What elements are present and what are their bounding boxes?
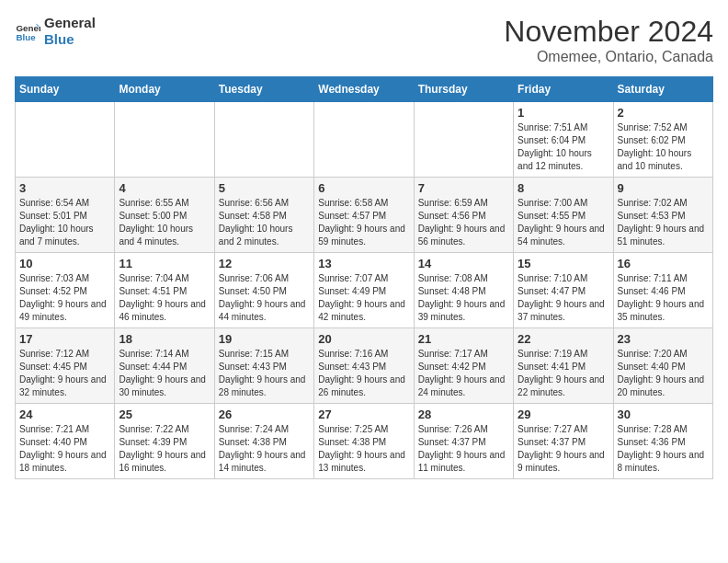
day-number: 9 [618, 181, 709, 195]
day-info: Sunrise: 6:58 AM Sunset: 4:57 PM Dayligh… [318, 197, 409, 248]
header-cell-monday: Monday [115, 77, 214, 102]
day-info: Sunrise: 7:19 AM Sunset: 4:41 PM Dayligh… [518, 348, 609, 399]
calendar-cell: 7Sunrise: 6:59 AM Sunset: 4:56 PM Daylig… [414, 178, 513, 253]
calendar-cell: 15Sunrise: 7:10 AM Sunset: 4:47 PM Dayli… [514, 253, 613, 328]
day-info: Sunrise: 6:54 AM Sunset: 5:01 PM Dayligh… [19, 197, 110, 248]
day-info: Sunrise: 7:24 AM Sunset: 4:38 PM Dayligh… [219, 423, 310, 475]
calendar-cell: 11Sunrise: 7:04 AM Sunset: 4:51 PM Dayli… [115, 253, 214, 328]
day-info: Sunrise: 7:07 AM Sunset: 4:49 PM Dayligh… [318, 272, 409, 324]
calendar-cell: 30Sunrise: 7:28 AM Sunset: 4:36 PM Dayli… [613, 404, 712, 479]
day-number: 11 [119, 257, 210, 270]
day-number: 27 [318, 408, 409, 421]
day-info: Sunrise: 7:17 AM Sunset: 4:42 PM Dayligh… [418, 348, 509, 399]
header-cell-wednesday: Wednesday [314, 77, 414, 102]
calendar-cell: 5Sunrise: 6:56 AM Sunset: 4:58 PM Daylig… [214, 178, 313, 253]
day-number: 1 [518, 106, 609, 120]
day-info: Sunrise: 6:55 AM Sunset: 5:00 PM Dayligh… [119, 197, 210, 248]
day-number: 2 [618, 106, 709, 120]
day-info: Sunrise: 7:14 AM Sunset: 4:44 PM Dayligh… [119, 348, 210, 399]
header-cell-tuesday: Tuesday [214, 77, 313, 102]
day-number: 13 [318, 257, 409, 270]
day-number: 17 [19, 332, 110, 346]
day-number: 22 [518, 332, 609, 346]
day-number: 30 [618, 408, 709, 421]
day-info: Sunrise: 7:10 AM Sunset: 4:47 PM Dayligh… [518, 272, 609, 324]
header-cell-sunday: Sunday [16, 77, 115, 102]
calendar-cell: 27Sunrise: 7:25 AM Sunset: 4:38 PM Dayli… [314, 404, 414, 479]
day-number: 14 [418, 257, 509, 270]
calendar-cell: 16Sunrise: 7:11 AM Sunset: 4:46 PM Dayli… [613, 253, 712, 328]
header-cell-saturday: Saturday [613, 77, 712, 102]
calendar-header-row: SundayMondayTuesdayWednesdayThursdayFrid… [16, 77, 713, 102]
calendar-week-row: 17Sunrise: 7:12 AM Sunset: 4:45 PM Dayli… [16, 328, 713, 404]
calendar-cell: 2Sunrise: 7:52 AM Sunset: 6:02 PM Daylig… [613, 102, 712, 178]
day-info: Sunrise: 7:00 AM Sunset: 4:55 PM Dayligh… [518, 197, 609, 248]
calendar-cell: 8Sunrise: 7:00 AM Sunset: 4:55 PM Daylig… [514, 178, 613, 253]
day-number: 3 [19, 181, 110, 195]
day-number: 4 [119, 181, 210, 195]
calendar-cell: 9Sunrise: 7:02 AM Sunset: 4:53 PM Daylig… [613, 178, 712, 253]
calendar-cell: 3Sunrise: 6:54 AM Sunset: 5:01 PM Daylig… [16, 178, 115, 253]
day-info: Sunrise: 7:21 AM Sunset: 4:40 PM Dayligh… [19, 423, 110, 475]
day-info: Sunrise: 7:28 AM Sunset: 4:36 PM Dayligh… [618, 423, 709, 475]
day-info: Sunrise: 7:26 AM Sunset: 4:37 PM Dayligh… [418, 423, 509, 475]
day-info: Sunrise: 7:11 AM Sunset: 4:46 PM Dayligh… [618, 272, 709, 324]
calendar-cell [115, 102, 214, 178]
day-info: Sunrise: 7:22 AM Sunset: 4:39 PM Dayligh… [119, 423, 210, 475]
month-title: November 2024 [504, 15, 713, 49]
calendar-cell: 6Sunrise: 6:58 AM Sunset: 4:57 PM Daylig… [314, 178, 414, 253]
calendar-cell: 12Sunrise: 7:06 AM Sunset: 4:50 PM Dayli… [214, 253, 313, 328]
day-info: Sunrise: 7:12 AM Sunset: 4:45 PM Dayligh… [19, 348, 110, 399]
calendar-cell: 26Sunrise: 7:24 AM Sunset: 4:38 PM Dayli… [214, 404, 313, 479]
day-info: Sunrise: 7:03 AM Sunset: 4:52 PM Dayligh… [19, 272, 110, 324]
calendar-cell: 29Sunrise: 7:27 AM Sunset: 4:37 PM Dayli… [514, 404, 613, 479]
calendar-cell: 22Sunrise: 7:19 AM Sunset: 4:41 PM Dayli… [514, 328, 613, 404]
day-number: 19 [219, 332, 310, 346]
calendar-week-row: 3Sunrise: 6:54 AM Sunset: 5:01 PM Daylig… [16, 178, 713, 253]
day-info: Sunrise: 7:52 AM Sunset: 6:02 PM Dayligh… [618, 121, 709, 173]
day-number: 28 [418, 408, 509, 421]
day-info: Sunrise: 7:15 AM Sunset: 4:43 PM Dayligh… [219, 348, 310, 399]
calendar-cell: 21Sunrise: 7:17 AM Sunset: 4:42 PM Dayli… [414, 328, 513, 404]
day-number: 26 [219, 408, 310, 421]
day-info: Sunrise: 7:08 AM Sunset: 4:48 PM Dayligh… [418, 272, 509, 324]
calendar-table: SundayMondayTuesdayWednesdayThursdayFrid… [15, 76, 713, 479]
header: General Blue General Blue November 2024 … [15, 15, 713, 65]
day-info: Sunrise: 7:25 AM Sunset: 4:38 PM Dayligh… [318, 423, 409, 475]
calendar-cell: 20Sunrise: 7:16 AM Sunset: 4:43 PM Dayli… [314, 328, 414, 404]
calendar-cell: 13Sunrise: 7:07 AM Sunset: 4:49 PM Dayli… [314, 253, 414, 328]
day-number: 25 [119, 408, 210, 421]
day-number: 8 [518, 181, 609, 195]
calendar-cell: 24Sunrise: 7:21 AM Sunset: 4:40 PM Dayli… [16, 404, 115, 479]
day-info: Sunrise: 7:16 AM Sunset: 4:43 PM Dayligh… [318, 348, 409, 399]
calendar-cell: 4Sunrise: 6:55 AM Sunset: 5:00 PM Daylig… [115, 178, 214, 253]
calendar-cell: 10Sunrise: 7:03 AM Sunset: 4:52 PM Dayli… [16, 253, 115, 328]
location-title: Omemee, Ontario, Canada [504, 49, 713, 65]
day-info: Sunrise: 7:04 AM Sunset: 4:51 PM Dayligh… [119, 272, 210, 324]
calendar-cell [414, 102, 513, 178]
day-number: 20 [318, 332, 409, 346]
logo-icon: General Blue [15, 18, 40, 44]
day-number: 23 [618, 332, 709, 346]
logo: General Blue General Blue [15, 15, 96, 48]
day-info: Sunrise: 6:56 AM Sunset: 4:58 PM Dayligh… [219, 197, 310, 248]
day-info: Sunrise: 7:06 AM Sunset: 4:50 PM Dayligh… [219, 272, 310, 324]
day-info: Sunrise: 7:20 AM Sunset: 4:40 PM Dayligh… [618, 348, 709, 399]
calendar-week-row: 24Sunrise: 7:21 AM Sunset: 4:40 PM Dayli… [16, 404, 713, 479]
calendar-cell: 28Sunrise: 7:26 AM Sunset: 4:37 PM Dayli… [414, 404, 513, 479]
svg-text:Blue: Blue [16, 32, 36, 42]
calendar-week-row: 1Sunrise: 7:51 AM Sunset: 6:04 PM Daylig… [16, 102, 713, 178]
calendar-cell: 17Sunrise: 7:12 AM Sunset: 4:45 PM Dayli… [16, 328, 115, 404]
day-number: 15 [518, 257, 609, 270]
day-number: 24 [19, 408, 110, 421]
day-info: Sunrise: 6:59 AM Sunset: 4:56 PM Dayligh… [418, 197, 509, 248]
calendar-cell: 14Sunrise: 7:08 AM Sunset: 4:48 PM Dayli… [414, 253, 513, 328]
calendar-week-row: 10Sunrise: 7:03 AM Sunset: 4:52 PM Dayli… [16, 253, 713, 328]
calendar-cell: 25Sunrise: 7:22 AM Sunset: 4:39 PM Dayli… [115, 404, 214, 479]
calendar-cell [214, 102, 313, 178]
calendar-cell [314, 102, 414, 178]
title-area: November 2024 Omemee, Ontario, Canada [504, 15, 713, 65]
day-info: Sunrise: 7:51 AM Sunset: 6:04 PM Dayligh… [518, 121, 609, 173]
day-info: Sunrise: 7:27 AM Sunset: 4:37 PM Dayligh… [518, 423, 609, 475]
calendar-cell: 19Sunrise: 7:15 AM Sunset: 4:43 PM Dayli… [214, 328, 313, 404]
